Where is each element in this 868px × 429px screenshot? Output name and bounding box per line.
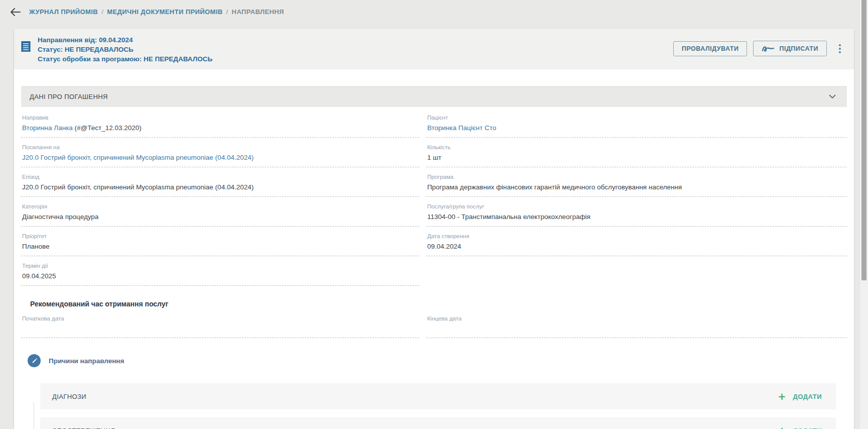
sign-button-label: ПІДПИСАТИ bbox=[779, 45, 818, 52]
referral-header: Направлення від: 09.04.2024 Статус: НЕ П… bbox=[14, 29, 854, 69]
field-episode: Епізод J20.0 Гострий бронхіт, спричинени… bbox=[21, 167, 419, 197]
observations-group-bar: СПОСТЕРЕЖЕННЯ + ДОДАТИ bbox=[40, 417, 836, 429]
section-title: ДАНІ ПРО ПОГАШЕННЯ bbox=[30, 93, 108, 100]
more-options-icon[interactable] bbox=[835, 42, 845, 55]
field-creation-date: Дата створення 09.04.2024 bbox=[426, 227, 847, 256]
breadcrumb-separator: / bbox=[226, 8, 228, 16]
referred-by-suffix: (#@Тест_12.03.2020) bbox=[73, 124, 142, 132]
field-priority: Пріорітет Планове bbox=[21, 227, 419, 256]
validate-button-label: ПРОВАЛІДУВАТИ bbox=[682, 45, 738, 52]
add-diagnosis-label: ДОДАТИ bbox=[793, 393, 822, 400]
document-icon bbox=[21, 41, 31, 54]
breadcrumb-item-current: НАПРАВЛЕННЯ bbox=[232, 8, 284, 16]
sign-button[interactable]: ПІДПИСАТИ bbox=[753, 41, 827, 56]
breadcrumb: ЖУРНАЛ ПРИЙОМІВ / МЕДИЧНІ ДОКУМЕНТИ ПРИЙ… bbox=[0, 0, 868, 23]
referral-status: Статус: НЕ ПЕРЕДАВАЛОСЬ bbox=[38, 45, 673, 54]
breadcrumb-item-journal[interactable]: ЖУРНАЛ ПРИЙОМІВ bbox=[29, 8, 98, 16]
tree-connector-line bbox=[34, 402, 34, 429]
section-repayment-data[interactable]: ДАНІ ПРО ПОГАШЕННЯ bbox=[21, 86, 847, 107]
field-reference-to: Посилання на J20.0 Гострий бронхіт, спри… bbox=[21, 138, 419, 167]
plus-icon: + bbox=[778, 392, 786, 400]
vertical-scrollbar[interactable] bbox=[859, 0, 868, 429]
referral-reasons-header: Причини направлення bbox=[28, 354, 847, 367]
breadcrumb-separator: / bbox=[101, 8, 103, 16]
recommended-fields: Початкова дата Кінцева дата bbox=[21, 309, 847, 338]
add-diagnosis-button[interactable]: + ДОДАТИ bbox=[776, 391, 824, 401]
add-observation-label: ДОДАТИ bbox=[793, 427, 822, 429]
observations-title: СПОСТЕРЕЖЕННЯ bbox=[52, 427, 115, 429]
diagnoses-group-bar: ДІАГНОЗИ + ДОДАТИ bbox=[40, 383, 836, 409]
reference-link[interactable]: J20.0 Гострий бронхіт, спричинений Mycop… bbox=[22, 154, 254, 161]
field-end-date[interactable]: Кінцева дата bbox=[426, 309, 847, 338]
diagnoses-title: ДІАГНОЗИ bbox=[52, 393, 86, 400]
field-program: Програма Програма державних фінансових г… bbox=[426, 167, 847, 197]
scrollbar-thumb[interactable] bbox=[861, 0, 866, 280]
referral-reasons-title: Причини направлення bbox=[49, 357, 124, 365]
field-service-group: Послуга/група послуг 11304-00 - Транстим… bbox=[426, 197, 847, 227]
field-start-date[interactable]: Початкова дата bbox=[21, 309, 419, 338]
referral-title: Направлення від: 09.04.2024 bbox=[38, 35, 673, 45]
patient-link[interactable]: Вторинка Пацієнт Сто bbox=[427, 124, 497, 132]
referred-by-link[interactable]: Вторинна Ланка bbox=[22, 124, 73, 132]
validate-button[interactable]: ПРОВАЛІДУВАТИ bbox=[673, 41, 747, 56]
field-quantity: Кількість 1 шт bbox=[426, 138, 847, 167]
field-empty-cell bbox=[426, 256, 847, 286]
field-referred-by: Направив Вторинна Ланка (#@Тест_12.03.20… bbox=[21, 108, 419, 138]
chevron-down-icon[interactable] bbox=[829, 92, 836, 101]
pencil-icon bbox=[28, 354, 41, 367]
breadcrumb-item-medical-docs[interactable]: МЕДИЧНІ ДОКУМЕНТИ ПРИЙОМІВ bbox=[107, 8, 222, 16]
field-category: Категорія Діагностична процедура bbox=[21, 197, 419, 227]
signature-icon bbox=[762, 45, 775, 52]
referral-card: Направлення від: 09.04.2024 Статус: НЕ П… bbox=[14, 29, 854, 429]
referral-program-status: Статус обробки за програмою: НЕ ПЕРЕДАВА… bbox=[38, 54, 673, 64]
field-patient: Пацієнт Вторинка Пацієнт Сто bbox=[426, 108, 847, 138]
recommended-time-heading: Рекомендований час отримання послуг bbox=[30, 300, 847, 308]
plus-icon: + bbox=[778, 426, 786, 429]
back-arrow-icon[interactable] bbox=[9, 6, 21, 18]
field-validity-term: Термін дії 09.04.2025 bbox=[21, 256, 419, 286]
fields-grid: Направив Вторинна Ланка (#@Тест_12.03.20… bbox=[21, 107, 847, 286]
add-observation-button[interactable]: + ДОДАТИ bbox=[776, 425, 824, 429]
